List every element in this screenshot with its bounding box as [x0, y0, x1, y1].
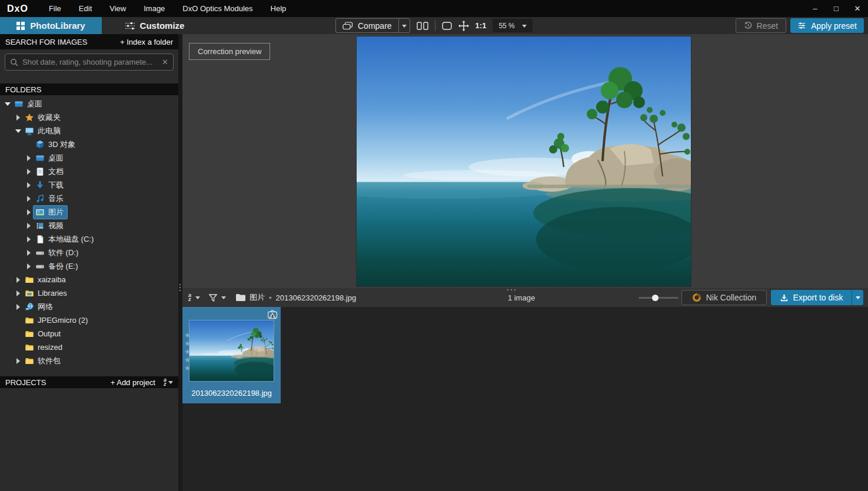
- reset-button[interactable]: Reset: [736, 18, 787, 33]
- compare-dropdown-arrow[interactable]: [398, 19, 410, 32]
- tree-item[interactable]: Output: [0, 327, 178, 340]
- tree-item-label-wrap[interactable]: resized: [23, 342, 66, 353]
- preview-image[interactable]: [357, 36, 691, 286]
- thumbnail-image[interactable]: [189, 320, 274, 381]
- tree-item[interactable]: 音乐: [0, 192, 178, 205]
- current-folder-label[interactable]: 图片: [250, 292, 265, 303]
- expander-icon[interactable]: [25, 222, 32, 229]
- pan-tool-icon[interactable]: [458, 21, 469, 31]
- minimize-button[interactable]: –: [804, 0, 826, 17]
- tree-item-label-wrap[interactable]: 桌面: [34, 152, 67, 165]
- tree-item[interactable]: xaizaiba: [0, 273, 178, 286]
- expander-icon[interactable]: [25, 208, 32, 216]
- export-dropdown-arrow[interactable]: [852, 290, 863, 305]
- tab-photolibrary[interactable]: PhotoLibrary: [0, 17, 102, 34]
- menu-item[interactable]: DxO Optics Modules: [174, 0, 261, 17]
- expander-icon[interactable]: [4, 100, 11, 108]
- apply-preset-button[interactable]: Apply preset: [790, 18, 864, 33]
- tree-item[interactable]: 桌面: [0, 97, 178, 111]
- tree-item-label-wrap[interactable]: 备份 (E:): [34, 260, 82, 273]
- tree-item-label-wrap[interactable]: Output: [23, 328, 64, 340]
- vertical-splitter[interactable]: [178, 34, 182, 491]
- expander-icon[interactable]: [14, 127, 22, 135]
- expander-icon[interactable]: [14, 276, 22, 283]
- tree-item-label-wrap[interactable]: 下载: [34, 179, 67, 192]
- menu-item[interactable]: View: [101, 0, 135, 17]
- tree-item-label-wrap[interactable]: 软件包: [23, 355, 64, 368]
- tree-item-label-wrap[interactable]: 桌面: [12, 98, 46, 111]
- zoom-level-select[interactable]: 55 %: [493, 19, 532, 32]
- expander-icon[interactable]: [25, 249, 32, 256]
- filter-funnel-icon[interactable]: [209, 294, 217, 302]
- tree-item[interactable]: 3D 对象: [0, 138, 178, 151]
- desktop-icon: [14, 99, 24, 109]
- fit-screen-icon[interactable]: [442, 22, 452, 30]
- thumbnail-size-slider[interactable]: [638, 297, 679, 299]
- library-icon: [25, 289, 35, 298]
- tree-item-label-wrap[interactable]: Libraries: [23, 288, 71, 299]
- search-box[interactable]: ✕: [5, 54, 174, 71]
- tree-item[interactable]: 下载: [0, 178, 178, 192]
- tree-item-label-wrap[interactable]: 网络: [23, 300, 56, 313]
- tree-item-label: 本地磁盘 (C:): [48, 234, 94, 245]
- tree-item-label-wrap[interactable]: 图片: [34, 206, 67, 219]
- tree-item[interactable]: 备份 (E:): [0, 259, 178, 273]
- menu-item[interactable]: Edit: [70, 0, 101, 17]
- tree-item-label-wrap[interactable]: 收藏夹: [23, 111, 64, 124]
- nik-collection-button[interactable]: Nik Collection: [681, 290, 767, 305]
- expander-icon[interactable]: [25, 168, 32, 175]
- tree-item-label-wrap[interactable]: 本地磁盘 (C:): [34, 233, 97, 246]
- expander-icon[interactable]: [25, 235, 32, 243]
- split-view-icon[interactable]: [417, 22, 428, 30]
- tree-item[interactable]: JPEGmicro (2): [0, 313, 178, 327]
- tree-item[interactable]: 软件包: [0, 354, 178, 368]
- tree-item[interactable]: 网络: [0, 300, 178, 313]
- tree-item-label-wrap[interactable]: 视频: [34, 219, 67, 232]
- clear-search-icon[interactable]: ✕: [162, 58, 168, 66]
- search-input[interactable]: [22, 58, 158, 66]
- tree-item-label-wrap[interactable]: 3D 对象: [34, 138, 79, 151]
- sort-az-icon[interactable]: az: [164, 378, 167, 386]
- tree-item-label-wrap[interactable]: 此电脑: [23, 125, 64, 138]
- expander-icon[interactable]: [14, 289, 22, 297]
- tree-item-label: JPEGmicro (2): [38, 316, 88, 325]
- expander-icon[interactable]: [25, 181, 32, 189]
- folders-header-label: FOLDERS: [5, 85, 41, 94]
- expander-icon[interactable]: [14, 303, 22, 310]
- tree-item-label-wrap[interactable]: 文档: [34, 165, 67, 178]
- index-folder-button[interactable]: + Index a folder: [120, 38, 173, 46]
- tree-item[interactable]: Libraries: [0, 286, 178, 300]
- expander-icon[interactable]: [25, 195, 32, 202]
- compare-button[interactable]: Compare: [336, 19, 398, 32]
- tree-item-label-wrap[interactable]: JPEGmicro (2): [23, 315, 91, 326]
- slider-knob[interactable]: [652, 295, 659, 301]
- expander-icon[interactable]: [25, 154, 32, 162]
- menu-item[interactable]: Help: [262, 0, 295, 17]
- tree-item-label-wrap[interactable]: xaizaiba: [23, 274, 69, 286]
- tree-item[interactable]: resized: [0, 340, 178, 354]
- tree-item-label-wrap[interactable]: 软件 (D:): [34, 246, 82, 259]
- tree-item[interactable]: 文档: [0, 165, 178, 178]
- thumbnail-cell[interactable]: ★★★★★ 2013062320262198.jpg: [182, 307, 281, 403]
- tree-item-label-wrap[interactable]: 音乐: [34, 192, 67, 205]
- expander-icon[interactable]: [25, 262, 32, 270]
- tree-item[interactable]: 视频: [0, 219, 178, 232]
- expander-icon[interactable]: [14, 357, 22, 365]
- expander-icon[interactable]: [14, 113, 22, 121]
- add-project-button[interactable]: + Add project: [111, 378, 155, 387]
- tree-item[interactable]: 桌面: [0, 151, 178, 165]
- filmstrip-body: ★★★★★ 2013062320262198.jpg: [182, 307, 868, 491]
- sort-az-icon[interactable]: az: [188, 293, 191, 302]
- maximize-button[interactable]: □: [826, 0, 847, 17]
- tree-item[interactable]: 图片: [0, 205, 178, 219]
- menu-item[interactable]: Image: [135, 0, 174, 17]
- tab-customize[interactable]: Customize: [102, 17, 208, 34]
- tree-item[interactable]: 收藏夹: [0, 111, 178, 124]
- zoom-1to1-button[interactable]: 1:1: [475, 21, 487, 30]
- close-button[interactable]: ✕: [847, 0, 868, 17]
- tree-item[interactable]: 此电脑: [0, 124, 178, 138]
- tree-item[interactable]: 软件 (D:): [0, 246, 178, 259]
- export-to-disk-button[interactable]: Export to disk: [771, 290, 852, 305]
- tree-item[interactable]: 本地磁盘 (C:): [0, 232, 178, 246]
- menu-item[interactable]: File: [40, 0, 70, 17]
